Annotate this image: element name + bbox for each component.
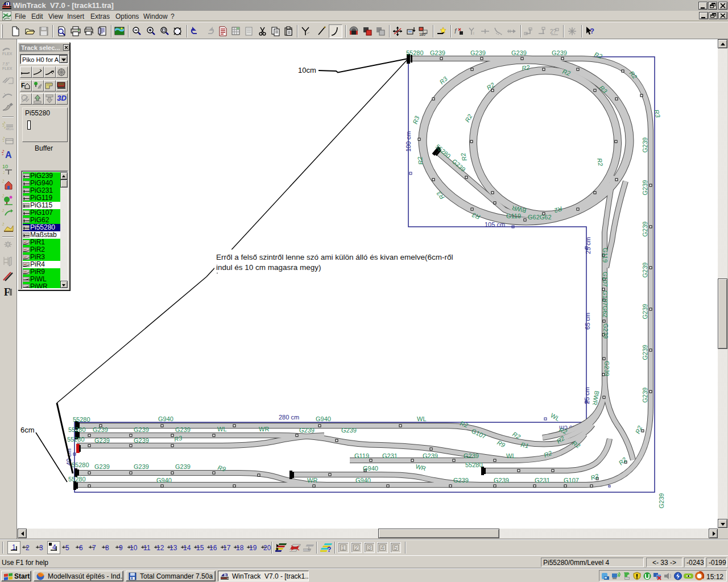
svg-text:Erről a felső szintről lenne s: Erről a felső szintről lenne szó ami kül…	[216, 253, 453, 261]
svg-text:55280: 55280	[73, 416, 90, 423]
svg-text:G239: G239	[341, 427, 357, 434]
svg-text:55280: 55280	[465, 462, 483, 468]
svg-text:WR: WR	[259, 426, 269, 433]
svg-text:9: 9	[119, 544, 123, 552]
svg-text:G239: G239	[464, 452, 479, 459]
svg-text:?: ?	[327, 546, 331, 554]
svg-text:G940: G940	[316, 415, 331, 422]
svg-text:55280: 55280	[406, 49, 424, 56]
svg-text:WR: WR	[307, 477, 317, 484]
svg-text:G239: G239	[134, 463, 149, 470]
svg-text:G239: G239	[658, 493, 665, 509]
svg-text:55280: 55280	[68, 476, 86, 483]
svg-text:G231: G231	[382, 452, 398, 459]
svg-text:?: ?	[590, 27, 594, 35]
svg-text:481m: 481m	[6, 127, 14, 131]
svg-text:6cm: 6cm	[20, 426, 35, 434]
svg-text:G239: G239	[642, 345, 648, 360]
svg-text:R2: R2	[522, 64, 531, 72]
svg-text:G239: G239	[602, 323, 609, 339]
svg-text:15: 15	[196, 544, 204, 552]
svg-text:G239: G239	[175, 426, 191, 433]
svg-text:280 cm: 280 cm	[279, 414, 299, 421]
svg-text:R2: R2	[464, 113, 473, 123]
svg-text:G239: G239	[642, 180, 648, 196]
svg-text:indul és 10 cm magasra megy): indul és 10 cm magasra megy)	[216, 263, 321, 272]
svg-text:17: 17	[223, 544, 231, 552]
svg-text:10: 10	[130, 544, 138, 552]
svg-text:G239: G239	[423, 452, 438, 459]
svg-text:14: 14	[183, 544, 191, 552]
svg-text:25 cm: 25 cm	[584, 387, 590, 404]
svg-text:WR: WR	[415, 463, 427, 472]
svg-text:65 cm: 65 cm	[584, 313, 591, 330]
svg-text:G239: G239	[642, 388, 648, 403]
svg-text:G239: G239	[642, 138, 648, 153]
svg-text:F: F	[4, 286, 10, 298]
svg-text:10cm: 10cm	[298, 66, 316, 74]
svg-text:WL: WL	[506, 452, 516, 459]
svg-text:G107: G107	[602, 272, 609, 287]
svg-text:R3: R3	[411, 115, 420, 125]
svg-text:WL: WL	[549, 411, 561, 422]
svg-text:G239: G239	[94, 463, 110, 470]
svg-text:G239: G239	[94, 437, 110, 444]
svg-text:G940: G940	[156, 477, 172, 484]
svg-text:G239: G239	[642, 263, 648, 278]
svg-text:2: 2	[26, 544, 30, 552]
svg-text:G239: G239	[552, 49, 567, 56]
svg-text:G119: G119	[602, 248, 609, 263]
svg-text:G940: G940	[363, 465, 378, 472]
svg-text:f: f	[454, 27, 457, 35]
svg-text:G239: G239	[134, 437, 149, 444]
svg-text:180°: 180°	[419, 32, 427, 36]
svg-text:8: 8	[105, 544, 109, 552]
svg-text:A: A	[5, 150, 12, 160]
svg-text:G231: G231	[535, 477, 550, 484]
svg-text:16: 16	[209, 544, 217, 552]
svg-text:55280: 55280	[67, 436, 85, 443]
svg-text:R2: R2	[460, 152, 468, 162]
svg-text:55280: 55280	[72, 462, 89, 468]
svg-text:G239: G239	[642, 304, 648, 319]
svg-text:G239: G239	[430, 49, 445, 56]
svg-text:WL: WL	[417, 415, 427, 422]
svg-text:6: 6	[79, 544, 83, 552]
svg-text:G940: G940	[355, 477, 371, 484]
svg-text:G119: G119	[506, 213, 521, 219]
svg-text:R1: R1	[520, 441, 530, 449]
svg-text:7: 7	[92, 544, 96, 552]
svg-text:1: 1	[12, 543, 16, 551]
svg-text:G119: G119	[354, 452, 369, 459]
svg-text:G239: G239	[470, 49, 486, 56]
svg-text:3: 3	[39, 544, 43, 552]
svg-text:WL: WL	[217, 426, 227, 433]
svg-text:G239: G239	[175, 463, 191, 470]
svg-text:25 cm: 25 cm	[585, 237, 592, 254]
svg-text:FLEX: FLEX	[2, 66, 13, 70]
svg-text:G239: G239	[299, 427, 315, 434]
svg-text:FLEX: FLEX	[2, 52, 13, 56]
svg-text:G239: G239	[603, 361, 610, 376]
svg-text:4: 4	[52, 543, 56, 551]
svg-text:R2: R2	[590, 472, 599, 481]
svg-text:G239: G239	[642, 222, 648, 237]
svg-text:20: 20	[263, 544, 271, 552]
svg-text:G62G62: G62G62	[528, 214, 552, 221]
svg-text:G239: G239	[453, 477, 469, 484]
svg-text:F: F	[21, 82, 25, 89]
svg-text:G239: G239	[93, 426, 108, 433]
svg-text:13: 13	[169, 544, 177, 552]
svg-text:5: 5	[65, 544, 69, 552]
svg-text:R2: R2	[416, 156, 424, 165]
svg-text:G239: G239	[511, 49, 527, 56]
svg-text:R2: R2	[596, 157, 604, 167]
svg-text:G239: G239	[494, 477, 509, 484]
svg-text:11: 11	[143, 544, 151, 552]
svg-text:10: 10	[2, 164, 8, 169]
svg-text:G107G62: G107G62	[602, 290, 609, 318]
svg-text:12: 12	[156, 544, 164, 552]
svg-text:100 cm: 100 cm	[405, 131, 412, 152]
svg-text:G940: G940	[158, 415, 173, 422]
svg-text:R2: R2	[617, 456, 627, 466]
